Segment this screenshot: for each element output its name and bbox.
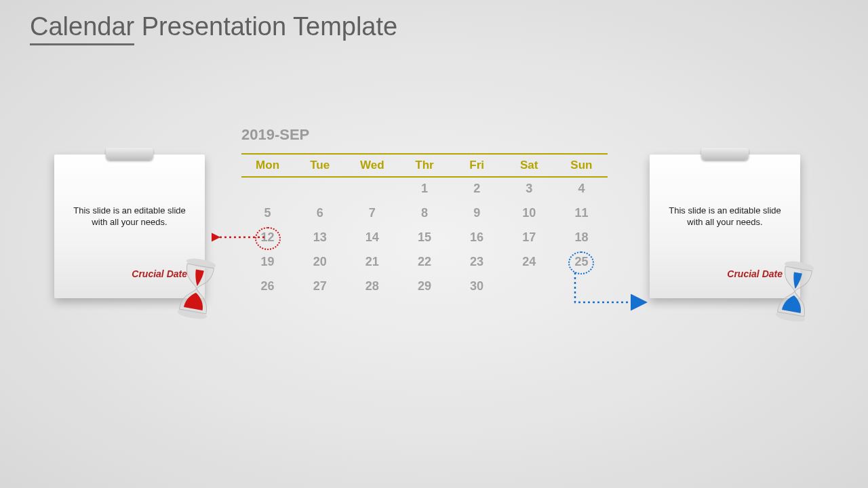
weekday: Thr: [398, 155, 450, 176]
hourglass-icon: [172, 256, 222, 321]
weekday: Sun: [555, 155, 608, 176]
weekday: Mon: [241, 155, 294, 176]
calendar-row: 5 6 7 8 9 10 11: [241, 202, 608, 226]
day-cell: 30: [451, 275, 503, 300]
day-cell: [503, 275, 555, 300]
day-cell: 22: [398, 251, 450, 275]
day-cell: 15: [398, 226, 450, 251]
calendar-row: 19 20 21 22 23 24 25: [241, 251, 608, 275]
title-rest: Presentation Template: [134, 12, 397, 41]
weekday: Tue: [294, 155, 346, 176]
day-cell: 21: [346, 251, 398, 275]
calendar-month: 2019-SEP: [241, 126, 608, 144]
day-cell: 24: [503, 251, 555, 275]
calendar-row: 1 2 3 4: [241, 178, 608, 202]
weekday: Fri: [451, 155, 503, 176]
clip-icon: [701, 148, 749, 160]
day-cell: 20: [294, 251, 346, 275]
day-cell: 29: [398, 275, 450, 300]
day-cell: 17: [503, 226, 555, 251]
day-cell-highlight-blue: 25: [555, 251, 608, 275]
title-underlined: Calendar: [30, 12, 134, 45]
day-cell: 3: [503, 178, 555, 202]
day-cell-highlight-red: 12: [241, 226, 294, 251]
note-card-left: This slide is an editable slide with all…: [54, 155, 205, 298]
day-cell: 4: [555, 178, 608, 202]
day-cell: 28: [346, 275, 398, 300]
day-cell: 16: [451, 226, 503, 251]
note-text: This slide is an editable slide with all…: [662, 205, 788, 228]
day-cell: 23: [451, 251, 503, 275]
day-cell: 19: [241, 251, 294, 275]
day-cell: [241, 178, 294, 202]
day-cell: 13: [294, 226, 346, 251]
calendar: 2019-SEP Mon Tue Wed Thr Fri Sat Sun 1 2…: [241, 126, 608, 300]
calendar-row: 12 13 14 15 16 17 18: [241, 226, 608, 251]
day-cell: 11: [555, 202, 608, 226]
day-cell: 18: [555, 226, 608, 251]
day-cell: [294, 178, 346, 202]
calendar-row: 26 27 28 29 30: [241, 275, 608, 300]
day-cell: 2: [451, 178, 503, 202]
slide-title: Calendar Presentation Template: [30, 12, 397, 41]
day-cell: 14: [346, 226, 398, 251]
day-cell: 27: [294, 275, 346, 300]
weekday: Sat: [503, 155, 555, 176]
note-card-right: This slide is an editable slide with all…: [650, 155, 800, 298]
day-cell: 5: [241, 202, 294, 226]
calendar-header-row: Mon Tue Wed Thr Fri Sat Sun: [241, 153, 608, 178]
day-cell: [346, 178, 398, 202]
note-label: Crucial Date: [727, 268, 783, 279]
day-cell: 1: [398, 178, 450, 202]
weekday: Wed: [346, 155, 398, 176]
day-cell: 26: [241, 275, 294, 300]
slide: Calendar Presentation Template This slid…: [0, 0, 868, 488]
day-cell: 7: [346, 202, 398, 226]
day-cell: 9: [451, 202, 503, 226]
note-text: This slide is an editable slide with all…: [66, 205, 193, 228]
day-cell: [555, 275, 608, 300]
day-cell: 10: [503, 202, 555, 226]
day-cell: 6: [294, 202, 346, 226]
day-cell: 8: [398, 202, 450, 226]
clip-icon: [106, 148, 153, 160]
